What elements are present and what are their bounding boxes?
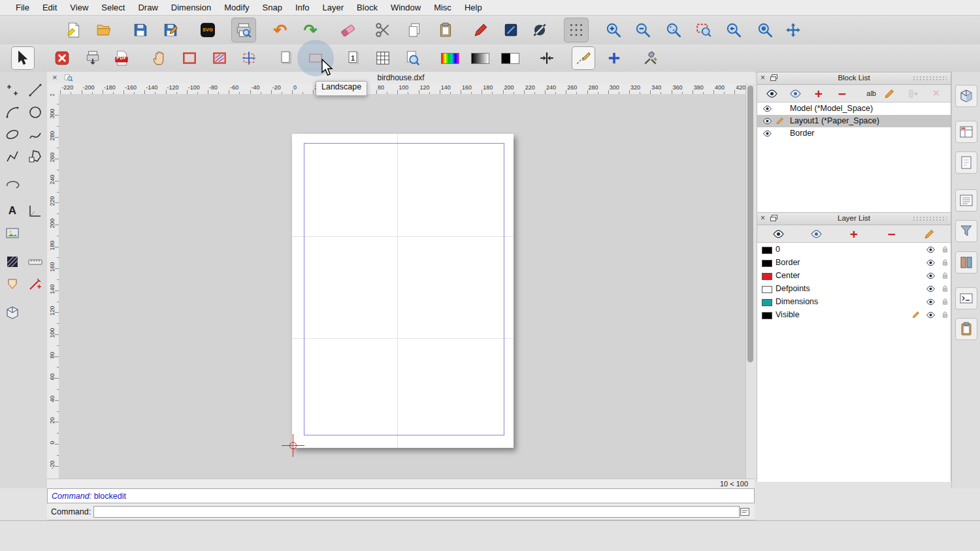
zoom-selection-button[interactable] [753, 18, 777, 42]
layer-list-item[interactable]: Visible [757, 308, 951, 321]
menu-draw[interactable]: Draw [131, 3, 164, 12]
undo-button[interactable]: ↶ [268, 18, 293, 42]
visibility-icon[interactable] [762, 104, 772, 116]
shape-button[interactable] [2, 274, 23, 294]
block-list-item[interactable]: Border [757, 127, 951, 140]
purge-block-button[interactable]: × [926, 86, 947, 101]
menu-layer[interactable]: Layer [316, 3, 351, 12]
layer-edit-button[interactable] [498, 18, 523, 42]
block-list-item[interactable]: Layout1 (*Paper_Space) [757, 115, 951, 127]
visibility-icon[interactable] [926, 284, 936, 296]
zoom-page-button[interactable] [400, 46, 424, 70]
cut-button[interactable] [370, 18, 395, 42]
new-file-button[interactable] [61, 18, 86, 42]
add-block-button[interactable] [602, 46, 626, 70]
paste-button[interactable] [433, 18, 458, 42]
drawing-canvas[interactable] [59, 94, 745, 479]
layer-list-item[interactable]: Defpoints [757, 282, 951, 295]
vertical-scrollbar[interactable] [745, 84, 755, 479]
rename-block-button[interactable]: alb [855, 86, 876, 101]
menu-edit[interactable]: Edit [36, 3, 63, 12]
property-list-panel-button[interactable] [955, 189, 977, 212]
hatch-button[interactable] [2, 251, 23, 272]
multi-page-grid-button[interactable] [371, 46, 395, 70]
save-button[interactable] [128, 18, 153, 42]
snap-button[interactable] [25, 274, 46, 294]
polyline-button[interactable] [2, 146, 23, 167]
grayscale-button[interactable] [468, 46, 492, 70]
polygon-button[interactable] [25, 146, 46, 167]
zoom-in-button[interactable] [601, 18, 626, 42]
command-options-button[interactable] [740, 507, 750, 517]
viewport-rect-button[interactable] [178, 46, 201, 70]
lock-icon[interactable] [941, 271, 949, 282]
select-tool-button[interactable] [11, 46, 35, 70]
zoom-previous-button[interactable] [721, 18, 746, 42]
command-input[interactable] [93, 506, 740, 518]
layer-list-item[interactable]: Center [757, 269, 951, 282]
visibility-icon[interactable] [762, 116, 772, 128]
hide-all-layers-button[interactable] [806, 227, 826, 241]
add-block-item-button[interactable]: + [808, 86, 829, 101]
text-button[interactable]: A [2, 200, 23, 221]
pdf-export-button[interactable]: PDF [110, 46, 133, 70]
draft-mode-button[interactable] [572, 46, 595, 70]
edit-block-button[interactable] [879, 86, 900, 101]
show-all-layers-button[interactable] [768, 227, 789, 241]
clipboard-panel-button[interactable] [955, 318, 977, 340]
menu-window[interactable]: Window [384, 3, 427, 12]
layout-panel-button[interactable] [955, 121, 977, 143]
ellipse-arc-button[interactable] [2, 173, 23, 194]
layer-list-item[interactable]: 0 [757, 243, 951, 256]
print-button[interactable] [81, 46, 105, 70]
measure-button[interactable] [25, 251, 46, 272]
remove-layer-button[interactable]: − [881, 227, 902, 241]
paper-panel-button[interactable] [955, 151, 977, 174]
dimension-button[interactable] [25, 200, 46, 221]
close-block-edit-button[interactable] [50, 46, 74, 70]
menu-block[interactable]: Block [350, 3, 384, 12]
menu-view[interactable]: View [63, 3, 95, 12]
zoom-out-button[interactable] [630, 18, 655, 42]
layer-list-item[interactable]: Border [757, 256, 951, 269]
block-structure-panel-button[interactable] [955, 85, 977, 107]
circle-button[interactable] [25, 102, 46, 123]
svg-export-button[interactable]: SVG [195, 18, 220, 42]
layer-list-item[interactable]: Dimensions [757, 295, 951, 308]
viewport-block-button[interactable] [208, 46, 231, 70]
dev-tools-button[interactable] [639, 46, 662, 70]
hide-all-blocks-button[interactable] [785, 86, 806, 101]
viewport-center-button[interactable] [237, 46, 261, 70]
menu-file[interactable]: File [9, 3, 36, 12]
remove-block-item-button[interactable]: − [832, 86, 853, 101]
menu-misc[interactable]: Misc [427, 3, 458, 12]
solid-button[interactable] [2, 302, 23, 323]
line-button[interactable] [25, 80, 46, 101]
insert-block-button[interactable] [902, 86, 923, 101]
page-single-button[interactable]: 1 [341, 46, 365, 70]
visibility-icon[interactable] [926, 310, 936, 322]
menu-info[interactable]: Info [289, 3, 316, 12]
null-entity-button[interactable] [527, 18, 552, 42]
draw-order-button[interactable] [468, 18, 493, 42]
visibility-icon[interactable] [926, 271, 936, 283]
lock-icon[interactable] [941, 310, 949, 321]
ellipse-button[interactable] [2, 124, 23, 145]
menu-help[interactable]: Help [458, 3, 489, 12]
full-color-button[interactable] [438, 46, 462, 70]
zoom-window-button[interactable] [691, 18, 716, 42]
point-button[interactable] [2, 80, 23, 101]
print-preview-button[interactable] [231, 18, 256, 42]
arc-button[interactable] [2, 102, 23, 123]
lock-icon[interactable] [941, 245, 949, 256]
spline-button[interactable] [25, 124, 46, 145]
selection-filter-panel-button[interactable] [955, 220, 977, 242]
library-panel-button[interactable] [955, 251, 977, 274]
redo-button[interactable]: ↷ [298, 18, 323, 42]
visibility-icon[interactable] [926, 297, 936, 309]
page-landscape-button[interactable] [304, 46, 327, 70]
menu-modify[interactable]: Modify [218, 3, 255, 12]
edit-layer-button[interactable] [919, 227, 939, 241]
grid-toggle-button[interactable] [564, 18, 589, 42]
auto-zoom-button[interactable] [661, 18, 686, 42]
